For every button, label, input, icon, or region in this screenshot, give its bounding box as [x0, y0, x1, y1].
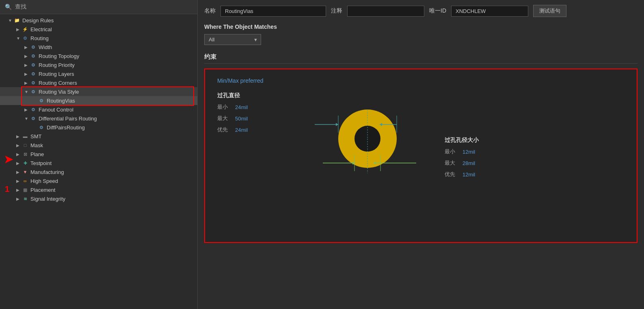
tree-item-routing-priority[interactable]: ▶ ⚙ Routing Priority [0, 60, 197, 69]
comment-input[interactable] [347, 6, 424, 17]
manufacturing-label: Manufacturing [30, 169, 64, 175]
constraint-title: 约束 [204, 53, 638, 64]
placement-icon: ▦ [22, 187, 28, 193]
routing-topology-icon: ⚙ [30, 53, 37, 59]
routing-vias-label: RoutingVias [47, 98, 75, 104]
tree-item-smt[interactable]: ▶ ▬ SMT [0, 132, 197, 141]
routing-layers-label: Routing Layers [39, 71, 74, 77]
arrow-plane: ▶ [16, 152, 21, 157]
routing-priority-label: Routing Priority [39, 62, 75, 68]
diff-pairs-icon: ⚙ [30, 115, 37, 122]
routing-via-style-label: Routing Via Style [39, 89, 79, 95]
constraint-box: ➤ 2 Min/Max preferred 过孔直径 最小 24mil 最大 5… [204, 69, 638, 243]
min-max-title: Min/Max preferred [217, 77, 625, 84]
uid-input[interactable] [451, 6, 528, 17]
tree-item-testpoint[interactable]: ▶ ✚ Testpoint [0, 159, 197, 167]
routing-label: Routing [30, 35, 49, 41]
tree-item-placement[interactable]: ▶ ▦ Placement [0, 185, 197, 194]
high-speed-label: High Speed [30, 178, 58, 184]
routing-icon: ⚙ [22, 35, 28, 41]
uid-label: 唯一ID [429, 7, 446, 15]
tree-item-signal-integrity[interactable]: ▶ ≋ Signal Integrity [0, 194, 197, 203]
arrow-mask: ▶ [16, 143, 21, 148]
tree-item-routing-vias[interactable]: ⚙ RoutingVias [0, 96, 197, 105]
fanout-icon: ⚙ [30, 106, 37, 113]
tree-item-high-speed[interactable]: ▶ ∞ High Speed [0, 176, 197, 185]
matches-dropdown[interactable]: All [204, 34, 261, 45]
signal-integrity-icon: ≋ [22, 195, 28, 202]
search-bar[interactable]: 🔍 查找 [0, 0, 197, 14]
tree-item-diff-pairs-routing[interactable]: ⚙ DiffPairsRouting [0, 123, 197, 132]
hole-size-max-label: 最大 [445, 159, 457, 167]
manufacturing-icon: ▼ [22, 169, 28, 175]
tree-item-routing-topology[interactable]: ▶ ⚙ Routing Topology [0, 52, 197, 60]
tree-item-routing-corners[interactable]: ▶ ⚙ Routing Corners [0, 78, 197, 87]
arrow-smt: ▶ [16, 134, 21, 139]
hole-size-pref-row: 优先 12mil [445, 171, 518, 178]
via-diameter-title: 过孔直径 [217, 92, 290, 99]
matches-row: All ▼ [204, 34, 638, 45]
comment-label: 注释 [331, 7, 342, 15]
via-diameter-min-label: 最小 [217, 103, 229, 111]
hole-size-min-value: 12mil [462, 149, 475, 155]
arrow-high-speed: ▶ [16, 179, 21, 183]
tree-item-design-rules[interactable]: ▼ 📁 Design Rules [0, 16, 197, 25]
tree-item-diff-pairs[interactable]: ▼ ⚙ Differential Pairs Routing [0, 114, 197, 123]
design-rules-label: Design Rules [22, 17, 54, 24]
arrow-signal-integrity: ▶ [16, 197, 21, 201]
routing-topology-label: Routing Topology [39, 53, 79, 59]
via-diameter-max-value: 50mil [235, 116, 248, 122]
tree-item-plane[interactable]: ▶ ⊠ Plane [0, 150, 197, 159]
placement-label: Placement [30, 187, 55, 193]
hole-size-max-value: 28mil [462, 160, 475, 166]
arrow-diff-pairs: ▼ [24, 116, 29, 121]
via-diameter-section: 过孔直径 最小 24mil 最大 50mil 优先 24mil [217, 92, 290, 137]
width-label: Width [39, 44, 52, 50]
arrow-routing-layers: ▶ [24, 72, 29, 76]
plane-icon: ⊠ [22, 151, 28, 157]
arrow-routing-via-style: ▼ [24, 90, 29, 94]
mask-icon: □ [22, 142, 28, 148]
via-diameter-min-value: 24mil [235, 104, 248, 110]
name-input[interactable] [220, 6, 326, 17]
arrow-testpoint: ▶ [16, 161, 21, 165]
tree-item-fanout-control[interactable]: ▶ ⚙ Fanout Control [0, 105, 197, 114]
diff-pairs-routing-label: DiffPairsRouting [47, 124, 85, 131]
electrical-label: Electrical [30, 26, 52, 32]
diff-pairs-routing-icon: ⚙ [38, 124, 45, 131]
arrow-width: ▶ [24, 45, 29, 49]
arrow-manufacturing: ▶ [16, 170, 21, 174]
tree-item-routing[interactable]: ▼ ⚙ Routing [0, 34, 197, 43]
tree-item-width[interactable]: ▶ ⚙ Width [0, 43, 197, 52]
tree-container: ▼ 📁 Design Rules ▶ ⚡ Electrical ▼ ⚙ Rout… [0, 14, 197, 309]
signal-integrity-label: Signal Integrity [30, 196, 65, 202]
hole-size-pref-label: 优先 [445, 171, 457, 178]
tree-item-routing-via-style[interactable]: ▼ ⚙ Routing Via Style [0, 87, 197, 96]
hole-size-min-label: 最小 [445, 148, 457, 155]
search-icon: 🔍 [5, 4, 12, 10]
hole-size-title: 过孔孔径大小 [445, 137, 518, 144]
tree-item-routing-layers[interactable]: ▶ ⚙ Routing Layers [0, 69, 197, 78]
matches-dropdown-wrapper[interactable]: All ▼ [204, 34, 261, 45]
routing-corners-label: Routing Corners [39, 80, 77, 86]
routing-corners-icon: ⚙ [30, 79, 37, 86]
via-diameter-max-row: 最大 50mil [217, 115, 290, 122]
routing-via-style-icon: ⚙ [30, 88, 37, 95]
tree-item-electrical[interactable]: ▶ ⚡ Electrical [0, 25, 197, 34]
routing-vias-icon: ⚙ [38, 97, 45, 104]
tree-item-mask[interactable]: ▶ □ Mask [0, 141, 197, 150]
name-label: 名称 [204, 7, 216, 15]
matches-title: Where The Object Matches [204, 24, 638, 30]
design-rules-icon: 📁 [14, 17, 20, 24]
via-diameter-pref-value: 24mil [235, 127, 248, 133]
via-diagram [290, 92, 437, 189]
arrow-routing: ▼ [16, 36, 21, 41]
hole-size-pref-value: 12mil [462, 172, 475, 178]
test-btn[interactable]: 测试语句 [533, 5, 566, 17]
header-row: 名称 注释 唯一ID 测试语句 [204, 5, 638, 17]
high-speed-icon: ∞ [22, 178, 28, 184]
electrical-icon: ⚡ [22, 26, 28, 32]
label-1: 1 [5, 185, 9, 194]
hole-size-min-row: 最小 12mil [445, 148, 518, 155]
tree-item-manufacturing[interactable]: ▶ ▼ Manufacturing [0, 167, 197, 176]
